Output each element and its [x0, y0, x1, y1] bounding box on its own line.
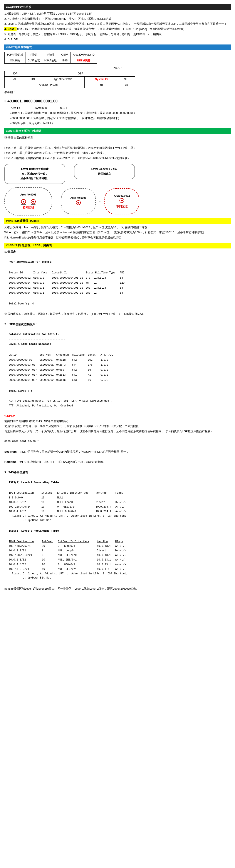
peer-col-state: State HoldTime Type: [86, 270, 120, 275]
peer-col-sysid: System Id: [9, 270, 33, 275]
peer-r3-sysid: 0000.0000.0002: [9, 286, 33, 290]
l2-r4-dest: 10.0.1.1/32: [9, 558, 42, 562]
cost-wide-desc: Wide（宽），接口Cost值2bits，且可以追加 auto-cost 根据接…: [4, 230, 231, 235]
lsdb-col-hold: Holdtime: [72, 352, 88, 358]
l1-r3-ext: 0 GE0/0/0: [57, 505, 96, 509]
l2-col-next: NextHop: [97, 539, 115, 544]
level1-neighbor-text: Level-1的邻接关系的建立，区域ID必须一致，且必须与骨干区域相连。: [21, 167, 49, 180]
l2-r4-next: 10.0.13.1: [97, 558, 115, 562]
page-title: ##与OSPF对比关系: [4, 4, 231, 10]
same-area-cloud: Area 49.0001 相同区域: [4, 187, 52, 215]
lsdb-sub-title: 2. LSDB信息状态数据库：: [4, 322, 231, 327]
lsdb-r2-len: 176: [88, 363, 101, 368]
lsdb-r4-hold: 641: [72, 373, 88, 378]
l1-r2-next: Direct: [96, 500, 115, 505]
l1-fwd-header: ISIS(1) Level-1 Forwarding Table: [9, 480, 231, 485]
l1-r1-next: [96, 496, 115, 500]
lsdb-r3-lspid: 0000.0000.0004-00*: [9, 368, 40, 373]
addr-desc2: （0000.0000.0001 为系统ID，固定为12位16进制数字，一般可通过…: [9, 116, 231, 121]
lsdb-r5-att: 0/0/0: [101, 378, 116, 383]
peer-r1-pri: 64: [120, 276, 127, 281]
lsdb-r3-hold: 642: [72, 368, 88, 373]
l2-col-dest: IPV4 Destination: [9, 539, 42, 544]
l2-r1-dest: 192.168.2.6/24: [9, 544, 42, 549]
area-49-0002-label: Area 49.0002: [114, 194, 130, 198]
l2-r6-flags: A/-/L/-: [115, 567, 130, 571]
ospf-item-5: 5. 邻居表（邻居状态，类型），数据库列）LSDB（LSPID标识：系统号标，包…: [4, 32, 231, 37]
l2-r1-int: 20: [42, 544, 58, 549]
lsdb-col-lspid: LSPID: [9, 352, 40, 358]
l2-fwd-header: ISIS(1) Level-2 Forwarding Table: [9, 529, 231, 533]
lsdb-r5-hold: 643: [72, 378, 88, 383]
peer-r3-state: 26s L2(L1L2): [86, 286, 120, 290]
l1-r2-int: 10: [41, 500, 57, 505]
lsdb-r2-att: 1/0/0: [101, 363, 116, 368]
lsdb-col-check: Checksum: [56, 352, 72, 358]
label-nsel: N-SEL: [60, 106, 68, 110]
row-osi: OSI系统: [5, 58, 25, 63]
protocol-table: TCP/IP协议栈 IP协议 IP地址 OSPF Area ID+Router …: [4, 52, 97, 63]
nsap-table: IDP DSP AFI IDI High Order DSP System ID…: [4, 71, 135, 88]
lsdb-r1-att: 1/0/0: [101, 358, 116, 363]
page-container: ##与OSPF对比关系 1. 链路状态：LSP = LSA（LSP只用两路，Le…: [4, 4, 231, 591]
l1-flags-row: Flags: D: Direct, A: Added to URT, L: Ad…: [9, 514, 130, 523]
nsap-sel: SEL: [118, 76, 135, 82]
lsdb-r2-lspid: 0000.0000.0003-00: [9, 363, 40, 368]
header-tcpip: TCP/IP协议栈: [5, 52, 25, 58]
lsdb-separator: ------------------------------------: [9, 337, 231, 342]
lsdb-row-5: 0000.0000.0004-00* 0x0000002 0xab4b 643 …: [9, 378, 115, 383]
svg-point-9: [121, 199, 123, 202]
l1-r4-dest: 10.0.4.4/32: [9, 509, 41, 514]
router-icon-1: [20, 199, 27, 206]
peer-row-4: 0000.0000.0004 GE0/0/1 0000.0000.0003.02…: [9, 290, 127, 296]
l1-r3-int: 10: [41, 505, 57, 509]
lsdb-r4-lspid: 0000.0000.0004-01*: [9, 373, 40, 378]
l1-col-int: IntCost: [41, 491, 57, 495]
peer-r2-state: 7s L1: [86, 281, 120, 286]
l2-flags-note: Flags: D: Direct, A: Added to URT, L: Ad…: [9, 571, 130, 580]
lsdb-flags-1: *In TLV: Leading Route, *By LSPID: Self …: [9, 399, 231, 403]
l2-r5-int: 20: [42, 562, 58, 567]
l2-route-row-6: 100.15.0.0/24 10 NULL GE0/0/1 10.0.1.1 A…: [9, 567, 130, 571]
lsdb-r4-seq: 0x0000001: [40, 373, 56, 378]
ospf-item-2: 2. NET地址（路由协议地址）→ 区域ID+router ID（类AFI+区域…: [4, 17, 231, 21]
address-value: 49.0001. 0000.0000.0001.00: [7, 98, 57, 104]
nsap-idp: IDP: [5, 71, 26, 76]
diff-area-diagram: Area 49.0001 ↔ Area 49.0002 不同区域: [61, 188, 139, 214]
area-49-0001-right-label: Area 49.0001: [70, 196, 86, 200]
holdtime-label: Holdtime：: [4, 460, 19, 464]
level1-cloud-box: Level-1的邻接关系的建立，区域ID必须一致，且必须与骨干区域相连。: [4, 164, 65, 184]
nsap-6b: 6B: [85, 82, 119, 88]
same-area-diagram: Area 49.0001 相同区域: [4, 187, 52, 215]
peer-r1-sysid: 0000.0000.0002: [9, 276, 33, 281]
level2-cloud-box: Level-2/Level-1-2可以跨区域建立: [74, 164, 135, 179]
lsdb-col-len: Length: [88, 352, 101, 358]
peer-r2-sysid: 0000.0000.0004: [9, 281, 33, 286]
arrow-between-areas: ↔: [98, 198, 102, 205]
l2-r2-ext: NULL Loop0: [58, 549, 97, 553]
net-section-title: ##NET地址基本格式: [4, 44, 231, 50]
peer-r3-intf: GE0/0/1: [33, 286, 52, 290]
lsdb-r4-att: 0/0/0: [101, 373, 116, 378]
seqnum-label: Seq Num：: [4, 450, 19, 453]
l1-r4-flags: A/-/L/-: [115, 509, 130, 514]
same-area-label: 相同区域: [23, 206, 34, 210]
peer-r2-pri: 120: [120, 281, 127, 286]
peer-r4-circ: 0000.0000.0003.02 Up: [52, 290, 86, 296]
lsdb-header: Database information for ISIS(1): [9, 333, 231, 337]
l2-r2-next: Direct: [97, 549, 115, 553]
lsdb-r2-check: 0x26f3: [56, 363, 72, 368]
l2-r2-int: 0: [42, 549, 58, 553]
nsap-dsp: DSP: [26, 71, 135, 76]
l1-route-row-4: 10.0.4.4/32 10 NULL GE0/0/0 10.0.234.4 A…: [9, 509, 130, 514]
address-example-box: • 49.0001. 0000.0000.0001.00 Area ID Sys…: [4, 96, 231, 126]
lspid-prefix-desc: 前面的字节为路由ID指向IS-IS LSP路由的前缀标识,: [4, 419, 231, 424]
l2-flags-row: Flags: D: Direct, A: Added to URT, L: Ad…: [9, 571, 130, 580]
peer-r4-state: 28s L2: [86, 290, 120, 296]
area-diagrams: Area 49.0001 相同区域 Area 49.0001 ↔ Area 49…: [4, 187, 231, 215]
l2-r1-ext: 0 GE0/0/1: [58, 544, 97, 549]
lspid-fragment-desc: 再之后的字节为分片号，第一个为0字大，然后行进行分片，设置不同的分片号进行区分，…: [4, 429, 231, 434]
peer-r2-circ: 0000.0000.0004.01 Up: [52, 281, 86, 286]
lsdb-r3-check: 0x669: [56, 368, 72, 373]
peer-r3-circ: 0000.0000.0003.01 Up: [52, 286, 86, 290]
